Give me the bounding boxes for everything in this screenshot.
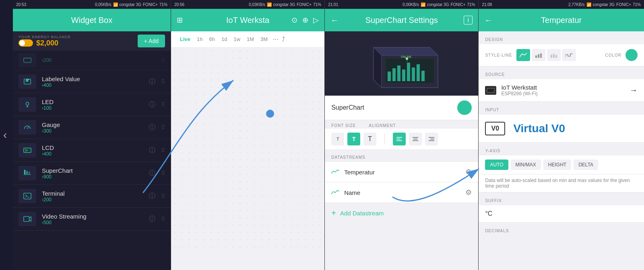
chart-area: Live 1h 6h 1d 1w 1M 3M ··· ⤴ [171,31,324,270]
font-size-label: FONT SIZE [331,123,356,128]
align-btn-center[interactable] [409,133,422,145]
svg-rect-16 [29,172,30,174]
svg-rect-14 [24,170,26,174]
back-arrow-main[interactable]: ‹ [0,122,10,148]
yaxis-height-btn[interactable]: HEIGHT [543,160,571,170]
widget-name-input[interactable] [331,104,452,111]
svg-text:25°: 25° [26,79,29,81]
input-row: V0 Virtual V0 [479,115,644,143]
datastreams-label: DATASTREAMS [331,155,365,160]
info-icon-video[interactable]: ⓘ [149,215,155,223]
carrier-2: congstar 3G [273,2,295,7]
align-btn-right[interactable] [425,133,438,145]
style-label: STYLE-LINE [485,53,512,57]
yaxis-desc: Data will be auto-scaled based on min an… [479,174,644,192]
widget-name-terminal: Terminal [42,190,143,197]
color-label: COLOR [605,53,621,57]
widget-icon-labeled-value: 25° [19,74,36,89]
play-icon[interactable]: ▷ [313,16,319,25]
list-item[interactable]: LED ›100 ⓘ ⠿ [13,93,171,116]
datastream-name-row[interactable]: Name ⚙ [325,182,478,203]
energy-toggle[interactable] [19,39,33,47]
svg-point-5 [26,102,29,105]
data-speed-2: 0,03KB/s [249,2,265,7]
list-item[interactable]: ›200 ⠿ [13,51,171,70]
yaxis-delta-btn[interactable]: DELTA [574,160,598,170]
svg-rect-0 [24,58,31,63]
datastream-name-temperatur: Temperatur [344,169,460,176]
style-btn-step[interactable] [562,49,576,61]
suffix-section: SUFFIX [479,192,644,205]
tab-3m[interactable]: 3M [257,35,271,44]
battery-4: 71% [633,2,641,7]
info-icon-gauge[interactable]: ⓘ [149,123,155,132]
list-item[interactable]: SuperChart ›900 ⓘ ⠿ [13,162,171,185]
widget-cost-superchart: ›900 [42,174,143,180]
source-arrow-icon: → [630,86,638,95]
style-btn-bar2[interactable] [547,49,561,61]
list-item[interactable]: Video Streaming ›500 ⓘ ⠿ [13,208,171,231]
info-btn-3[interactable]: i [464,16,473,25]
panel2-add-icon[interactable]: ⊞ [177,16,183,25]
widget-cost-labeled-value: ›400 [42,82,143,88]
settings-circle-icon[interactable]: ⊙ [291,16,297,25]
color-circle[interactable] [625,49,638,61]
wifi-icon-2: 📶 [267,2,272,7]
tab-live[interactable]: Live [177,35,194,44]
svg-rect-20 [24,217,29,222]
tab-1w[interactable]: 1w [230,35,244,44]
list-item[interactable]: 25° Labeled Value ›400 ⓘ ⠿ [13,70,171,93]
design-section: DESIGN [479,31,644,44]
info-icon-led[interactable]: ⓘ [149,100,155,109]
source-row[interactable]: IoT Werkstatt ESP8266 (Wi-Fi) → [479,79,644,102]
add-circle-icon[interactable]: ⊕ [302,16,308,25]
tab-1d[interactable]: 1d [218,35,230,44]
list-item[interactable]: Terminal ›200 ⓘ ⠿ [13,185,171,208]
yaxis-minmax-btn[interactable]: MIN/MAX [511,160,541,170]
datastream-settings-icon-name[interactable]: ⚙ [465,188,472,197]
widget-icon-terminal [19,189,36,203]
svg-rect-46 [540,53,542,58]
add-datastream-btn[interactable]: + Add Datastream [325,203,478,223]
info-icon-terminal[interactable]: ⓘ [149,192,155,200]
widget-name-field[interactable] [325,96,478,120]
datastream-name-name: Name [344,189,460,196]
widget-name-lcd: LCD [42,144,143,151]
back-btn-4[interactable]: ← [484,16,492,25]
info-icon-superchart[interactable]: ⓘ [149,169,155,178]
yaxis-auto-btn[interactable]: AUTO [485,160,508,170]
align-btn-left[interactable] [393,133,406,145]
export-btn[interactable]: ⤴ [282,36,285,43]
datastream-settings-icon-temperatur[interactable]: ⚙ [465,168,472,176]
style-btn-bar[interactable] [532,49,545,61]
virtual-pin-box[interactable]: V0 [485,122,505,135]
list-item[interactable]: Gauge ›300 ⓘ ⠿ [13,116,171,139]
active-dot [457,100,472,115]
style-btn-line[interactable] [516,49,530,61]
list-item[interactable]: LCD ›400 ⓘ ⠿ [13,139,171,162]
back-btn-3[interactable]: ← [330,16,339,25]
decimals-label: DECIMALS [485,229,509,233]
more-options-btn[interactable]: ··· [272,35,279,43]
widget-cost-video: ›500 [42,220,143,225]
tab-1m[interactable]: 1M [244,35,257,44]
widget-icon-gauge [19,120,36,135]
tab-6h[interactable]: 6h [206,35,218,44]
info-icon-lcd[interactable]: ⓘ [149,146,155,155]
datastream-temperatur[interactable]: Temperatur ⚙ [325,162,478,182]
font-btn-medium[interactable]: T [347,133,360,145]
svg-rect-30 [417,64,420,81]
add-button[interactable]: + Add [138,35,165,47]
font-btn-large[interactable]: T [363,133,376,145]
add-icon: + [331,209,336,218]
widget-name-superchart: SuperChart [42,167,143,174]
alignment-label: ALIGNMENT [369,123,396,128]
font-btn-small[interactable]: T [331,133,344,145]
svg-rect-25 [392,68,396,81]
svg-rect-31 [421,71,425,81]
tab-1h[interactable]: 1h [194,35,206,44]
status-bar-4: 21:08 2,77KB/s 📶 congstar 3G FONIC+ 71% [479,0,644,9]
info-icon-labeled-value[interactable]: ⓘ [149,78,155,86]
yaxis-row: AUTO MIN/MAX HEIGHT DELTA [479,155,644,174]
drag-handle-video: ⠿ [161,216,165,222]
